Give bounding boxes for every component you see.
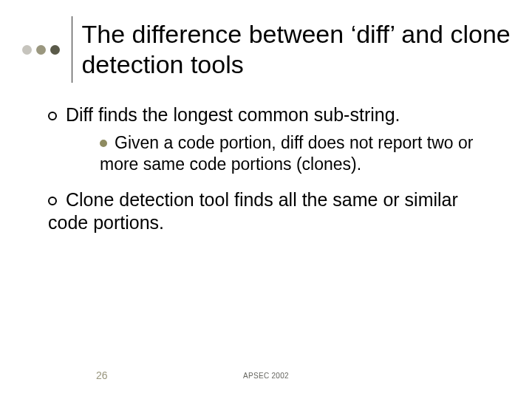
dot-icon [36,45,46,55]
decorative-dots [22,45,60,55]
vertical-divider [72,16,72,83]
bullet-text: Given a code portion, diff does not repo… [100,133,473,174]
bullet-text: Clone detection tool finds all the same … [48,189,458,233]
slide-body: Diff finds the longest common sub-string… [48,103,502,239]
slide-footer: 26 APSEC 2002 [0,366,532,381]
slide-title: The difference between ‘diff’ and clone … [81,19,517,80]
bullet-level1: Diff finds the longest common sub-string… [48,103,502,126]
bullet-text: Diff finds the longest common sub-string… [66,104,400,125]
bullet-level1: Clone detection tool finds all the same … [48,188,502,235]
slide: The difference between ‘diff’ and clone … [0,0,532,399]
conference-label: APSEC 2002 [0,372,532,380]
dot-icon [50,45,60,55]
dot-icon [22,45,32,55]
bullet-level2-wrap: Given a code portion, diff does not repo… [100,132,502,175]
hollow-bullet-icon [48,197,57,205]
hollow-bullet-icon [48,112,57,120]
bullet-level2: Given a code portion, diff does not repo… [100,132,502,175]
solid-bullet-icon [100,140,107,147]
title-row: The difference between ‘diff’ and clone … [22,16,517,83]
